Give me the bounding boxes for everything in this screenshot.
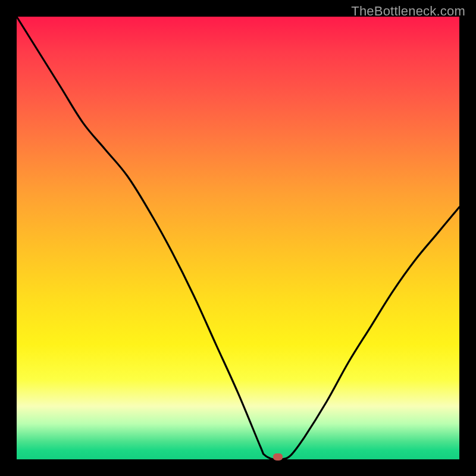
chart-frame: TheBottleneck.com (0, 0, 476, 476)
curve-path (17, 17, 459, 460)
bottleneck-curve (17, 17, 459, 459)
optimum-marker (273, 453, 283, 461)
plot-area (17, 17, 459, 459)
